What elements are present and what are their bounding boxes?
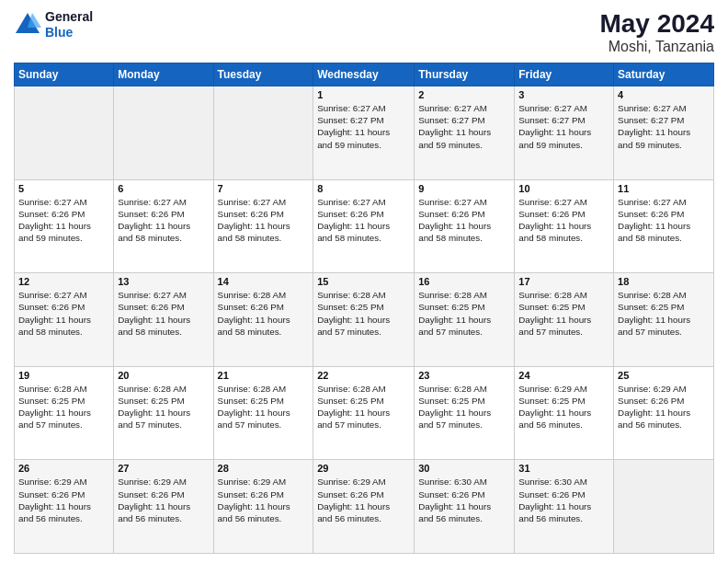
calendar-cell: 7Sunrise: 6:27 AM Sunset: 6:26 PM Daylig… <box>213 179 313 273</box>
calendar-cell: 14Sunrise: 6:28 AM Sunset: 6:26 PM Dayli… <box>213 273 313 367</box>
day-info: Sunrise: 6:28 AM Sunset: 6:25 PM Dayligh… <box>317 383 410 431</box>
day-info: Sunrise: 6:29 AM Sunset: 6:25 PM Dayligh… <box>518 383 609 431</box>
day-number: 5 <box>18 183 109 194</box>
day-number: 6 <box>118 183 209 194</box>
calendar-cell: 24Sunrise: 6:29 AM Sunset: 6:25 PM Dayli… <box>515 366 614 460</box>
day-number: 17 <box>518 276 609 287</box>
day-number: 4 <box>618 89 710 100</box>
calendar-cell: 9Sunrise: 6:27 AM Sunset: 6:26 PM Daylig… <box>415 179 515 273</box>
day-info: Sunrise: 6:27 AM Sunset: 6:26 PM Dayligh… <box>518 196 609 245</box>
day-info: Sunrise: 6:27 AM Sunset: 6:27 PM Dayligh… <box>418 102 510 151</box>
day-number: 18 <box>618 276 710 287</box>
day-number: 29 <box>317 463 410 474</box>
day-info: Sunrise: 6:27 AM Sunset: 6:26 PM Dayligh… <box>118 196 209 245</box>
day-info: Sunrise: 6:28 AM Sunset: 6:25 PM Dayligh… <box>418 383 510 431</box>
calendar-cell: 11Sunrise: 6:27 AM Sunset: 6:26 PM Dayli… <box>614 179 714 273</box>
calendar-cell: 16Sunrise: 6:28 AM Sunset: 6:25 PM Dayli… <box>415 273 515 367</box>
calendar-cell: 25Sunrise: 6:29 AM Sunset: 6:26 PM Dayli… <box>614 366 714 460</box>
calendar-cell: 13Sunrise: 6:27 AM Sunset: 6:26 PM Dayli… <box>114 273 213 367</box>
day-header-sunday: Sunday <box>15 63 114 86</box>
logo-text: General Blue <box>45 9 93 40</box>
day-info: Sunrise: 6:29 AM Sunset: 6:26 PM Dayligh… <box>218 476 310 524</box>
day-info: Sunrise: 6:28 AM Sunset: 6:25 PM Dayligh… <box>618 289 710 338</box>
day-number: 8 <box>317 183 410 194</box>
day-info: Sunrise: 6:29 AM Sunset: 6:26 PM Dayligh… <box>18 476 109 524</box>
day-info: Sunrise: 6:30 AM Sunset: 6:26 PM Dayligh… <box>518 476 609 524</box>
day-number: 16 <box>418 276 510 287</box>
day-number: 10 <box>518 183 609 194</box>
day-info: Sunrise: 6:27 AM Sunset: 6:26 PM Dayligh… <box>18 196 109 245</box>
week-row-1: 1Sunrise: 6:27 AM Sunset: 6:27 PM Daylig… <box>15 86 714 180</box>
day-info: Sunrise: 6:27 AM Sunset: 6:26 PM Dayligh… <box>618 196 710 245</box>
header: General Blue May 2024 Moshi, Tanzania <box>14 9 714 55</box>
day-number: 7 <box>218 183 310 194</box>
day-info: Sunrise: 6:27 AM Sunset: 6:26 PM Dayligh… <box>418 196 510 245</box>
calendar-cell: 31Sunrise: 6:30 AM Sunset: 6:26 PM Dayli… <box>515 460 614 554</box>
calendar-cell: 20Sunrise: 6:28 AM Sunset: 6:25 PM Dayli… <box>114 366 213 460</box>
day-number: 27 <box>118 463 209 474</box>
main-title: May 2024 <box>599 9 714 39</box>
calendar-cell: 30Sunrise: 6:30 AM Sunset: 6:26 PM Dayli… <box>415 460 515 554</box>
day-info: Sunrise: 6:28 AM Sunset: 6:25 PM Dayligh… <box>317 289 410 338</box>
day-info: Sunrise: 6:28 AM Sunset: 6:26 PM Dayligh… <box>218 289 310 338</box>
logo: General Blue <box>14 9 93 40</box>
days-header-row: SundayMondayTuesdayWednesdayThursdayFrid… <box>15 63 714 86</box>
calendar-cell: 8Sunrise: 6:27 AM Sunset: 6:26 PM Daylig… <box>313 179 415 273</box>
calendar-cell: 5Sunrise: 6:27 AM Sunset: 6:26 PM Daylig… <box>15 179 114 273</box>
day-info: Sunrise: 6:27 AM Sunset: 6:26 PM Dayligh… <box>218 196 310 245</box>
day-info: Sunrise: 6:28 AM Sunset: 6:25 PM Dayligh… <box>118 383 209 431</box>
day-number: 14 <box>218 276 310 287</box>
calendar-cell: 28Sunrise: 6:29 AM Sunset: 6:26 PM Dayli… <box>213 460 313 554</box>
day-info: Sunrise: 6:29 AM Sunset: 6:26 PM Dayligh… <box>317 476 410 524</box>
day-header-saturday: Saturday <box>614 63 714 86</box>
day-number: 1 <box>317 89 410 100</box>
day-number: 21 <box>218 370 310 381</box>
day-header-friday: Friday <box>515 63 614 86</box>
subtitle: Moshi, Tanzania <box>599 39 714 55</box>
page: General Blue May 2024 Moshi, Tanzania Su… <box>0 0 728 563</box>
calendar-header: SundayMondayTuesdayWednesdayThursdayFrid… <box>15 63 714 86</box>
calendar-cell: 6Sunrise: 6:27 AM Sunset: 6:26 PM Daylig… <box>114 179 213 273</box>
calendar-table: SundayMondayTuesdayWednesdayThursdayFrid… <box>14 63 714 554</box>
day-number: 19 <box>18 370 109 381</box>
calendar-cell <box>614 460 714 554</box>
day-number: 28 <box>218 463 310 474</box>
day-number: 2 <box>418 89 510 100</box>
day-header-monday: Monday <box>114 63 213 86</box>
day-number: 11 <box>618 183 710 194</box>
calendar-cell: 15Sunrise: 6:28 AM Sunset: 6:25 PM Dayli… <box>313 273 415 367</box>
calendar-cell: 18Sunrise: 6:28 AM Sunset: 6:25 PM Dayli… <box>614 273 714 367</box>
calendar-cell: 1Sunrise: 6:27 AM Sunset: 6:27 PM Daylig… <box>313 86 415 180</box>
day-info: Sunrise: 6:27 AM Sunset: 6:27 PM Dayligh… <box>618 102 710 151</box>
day-info: Sunrise: 6:27 AM Sunset: 6:26 PM Dayligh… <box>118 289 209 338</box>
day-info: Sunrise: 6:28 AM Sunset: 6:25 PM Dayligh… <box>18 383 109 431</box>
day-number: 31 <box>518 463 609 474</box>
day-number: 25 <box>618 370 710 381</box>
day-header-tuesday: Tuesday <box>213 63 313 86</box>
calendar-cell: 29Sunrise: 6:29 AM Sunset: 6:26 PM Dayli… <box>313 460 415 554</box>
day-number: 30 <box>418 463 510 474</box>
day-number: 26 <box>18 463 109 474</box>
day-number: 23 <box>418 370 510 381</box>
day-header-wednesday: Wednesday <box>313 63 415 86</box>
calendar-cell <box>114 86 213 180</box>
week-row-2: 5Sunrise: 6:27 AM Sunset: 6:26 PM Daylig… <box>15 179 714 273</box>
day-info: Sunrise: 6:27 AM Sunset: 6:27 PM Dayligh… <box>518 102 609 151</box>
week-row-3: 12Sunrise: 6:27 AM Sunset: 6:26 PM Dayli… <box>15 273 714 367</box>
calendar-cell: 22Sunrise: 6:28 AM Sunset: 6:25 PM Dayli… <box>313 366 415 460</box>
day-info: Sunrise: 6:27 AM Sunset: 6:26 PM Dayligh… <box>18 289 109 338</box>
day-info: Sunrise: 6:28 AM Sunset: 6:25 PM Dayligh… <box>218 383 310 431</box>
logo-icon <box>14 11 41 39</box>
calendar-cell <box>213 86 313 180</box>
week-row-4: 19Sunrise: 6:28 AM Sunset: 6:25 PM Dayli… <box>15 366 714 460</box>
calendar-cell: 21Sunrise: 6:28 AM Sunset: 6:25 PM Dayli… <box>213 366 313 460</box>
calendar-cell: 19Sunrise: 6:28 AM Sunset: 6:25 PM Dayli… <box>15 366 114 460</box>
calendar-cell: 17Sunrise: 6:28 AM Sunset: 6:25 PM Dayli… <box>515 273 614 367</box>
calendar-cell: 2Sunrise: 6:27 AM Sunset: 6:27 PM Daylig… <box>415 86 515 180</box>
week-row-5: 26Sunrise: 6:29 AM Sunset: 6:26 PM Dayli… <box>15 460 714 554</box>
day-info: Sunrise: 6:29 AM Sunset: 6:26 PM Dayligh… <box>618 383 710 431</box>
day-number: 3 <box>518 89 609 100</box>
calendar-cell: 12Sunrise: 6:27 AM Sunset: 6:26 PM Dayli… <box>15 273 114 367</box>
day-number: 9 <box>418 183 510 194</box>
day-number: 22 <box>317 370 410 381</box>
